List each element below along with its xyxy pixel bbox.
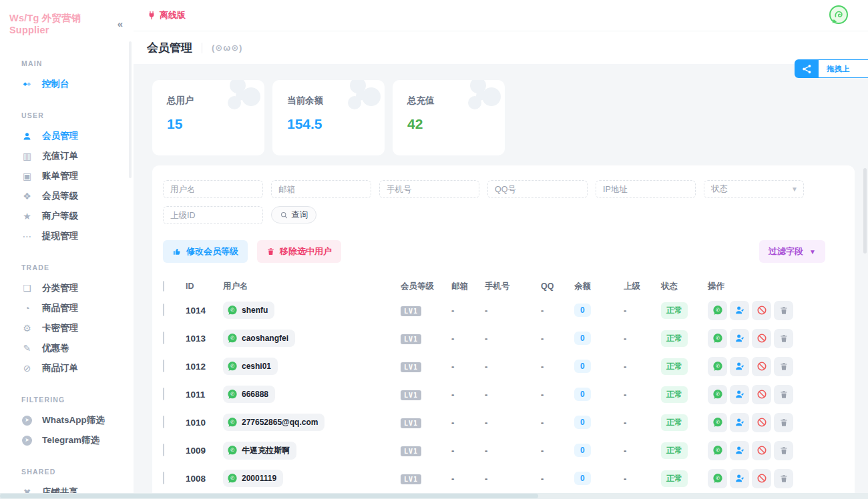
ban-user-button[interactable] [752,441,771,460]
row-checkbox[interactable] [163,388,164,400]
sidebar-item-merchant-level[interactable]: ★商户等级 [0,206,134,226]
cardkey-icon: ⚙ [21,323,33,334]
email-filter-input[interactable] [271,180,371,198]
sidebar-item-label: 会员管理 [42,130,78,142]
row-checkbox[interactable] [163,416,164,428]
row-checkbox[interactable] [163,304,164,316]
ban-user-button[interactable] [752,301,771,320]
sidebar-item-withdraw-manage[interactable]: ⋯提现管理 [0,226,134,246]
status-badge: 正常 [661,330,688,347]
sidebar-item-label: 卡密管理 [42,322,78,334]
svg-text:✆: ✆ [715,475,719,481]
sidebar-item-bill-manage[interactable]: ▣账单管理 [0,166,134,186]
sidebar-item-product-orders[interactable]: ⊘商品订单 [0,358,134,378]
change-member-level-button[interactable]: 修改会员等级 [163,240,248,263]
column-header: 会员等级 [401,281,451,292]
phone-filter-input[interactable] [379,180,479,198]
member-level-badge: LV1 [401,474,421,484]
horizontal-scrollbar-thumb[interactable] [0,494,538,498]
whatsapp-icon: ✆ [712,417,723,428]
whatsapp-chat-button[interactable]: ✆ [708,357,727,376]
horizontal-scrollbar-track[interactable] [0,493,868,499]
delete-user-button[interactable] [774,329,793,348]
qq-value: - [541,390,544,400]
table-row: 1009✆牛逼克拉斯啊LV1---0-正常✆ [163,436,844,464]
plug-icon [147,11,156,20]
row-checkbox[interactable] [163,444,164,456]
sidebar-item-member-level[interactable]: ❖会员等级 [0,186,134,206]
avatar[interactable] [828,5,849,26]
select-all-checkbox[interactable] [163,281,164,292]
sidebar-item-whatsapp-filter[interactable]: ➤WhatsApp筛选 [0,410,134,430]
whatsapp-chat-button[interactable]: ✆ [708,385,727,404]
row-checkbox[interactable] [163,472,164,484]
sidebar-item-cardkey-manage[interactable]: ⚙卡密管理 [0,318,134,338]
sidebar-item-coupon[interactable]: ✎优惠卷 [0,338,134,358]
sidebar-item-label: 提现管理 [42,230,78,242]
delete-user-button[interactable] [774,301,793,320]
whatsapp-chat-button[interactable]: ✆ [708,413,727,432]
ban-user-button[interactable] [752,413,771,432]
ip-filter-input[interactable] [596,180,696,198]
delete-user-button[interactable] [774,357,793,376]
sidebar-collapse-icon[interactable]: « [118,18,123,29]
status-filter-select[interactable]: 状态 ▼ [704,180,804,198]
remove-selected-users-button[interactable]: 移除选中用户 [257,240,341,263]
qq-filter-input[interactable] [487,180,588,198]
qq-value: - [541,418,544,428]
whatsapp-chat-button[interactable]: ✆ [708,441,727,460]
search-button[interactable]: 查询 [271,206,316,223]
edit-user-button[interactable] [730,301,749,320]
ban-user-button[interactable] [752,329,771,348]
row-checkbox[interactable] [163,332,164,344]
sidebar-item-recharge-orders[interactable]: ▥充值订单 [0,146,134,166]
whatsapp-chat-button[interactable]: ✆ [708,329,727,348]
whatsapp-icon: ✆ [712,389,723,400]
share-nodes-button[interactable] [795,59,819,78]
sidebar-item-label: 优惠卷 [42,342,69,354]
edit-user-button[interactable] [730,357,749,376]
sidebar-item-label: 充值订单 [42,150,78,162]
sidebar-item-member-manage[interactable]: 会员管理 [0,126,134,146]
parent-value: - [624,474,626,484]
whatsapp-chat-button[interactable]: ✆ [708,469,727,488]
edit-user-button[interactable] [730,385,749,404]
delete-user-button[interactable] [774,469,793,488]
whatsapp-icon: ✆ [227,473,238,484]
ban-user-button[interactable] [752,357,771,376]
parent-id-filter-input[interactable] [163,206,263,224]
edit-user-button[interactable] [730,469,749,488]
row-checkbox[interactable] [163,360,164,372]
main-area: 离线版 会员管理 (⊙ω⊙) 总用户15当前余额154.5总充值42 [134,0,868,499]
edit-user-button[interactable] [730,441,749,460]
edit-user-button[interactable] [730,413,749,432]
user-id: 1014 [186,306,206,316]
svg-text:✆: ✆ [715,307,719,313]
table-body: 1014✆shenfuLV1---0-正常✆1013✆caoshangfeiLV… [163,296,844,499]
svg-text:✆: ✆ [230,447,234,453]
vertical-scrollbar-thumb[interactable] [863,168,867,254]
filters-row: 状态 ▼ 查询 [163,180,817,224]
sidebar-section-label: FILTERING [0,396,134,404]
username-filter-input[interactable] [163,180,263,198]
ban-icon [756,389,767,400]
sidebar-item-dashboard[interactable]: 控制台 [0,74,134,94]
drag-upload-button[interactable]: 拖拽上 [819,59,868,78]
sidebar-item-product-manage[interactable]: ◔商品管理 [0,298,134,318]
sidebar-scrollbar-thumb[interactable] [129,41,132,178]
filter-fields-button[interactable]: 过滤字段 ▼ [759,240,825,263]
edit-user-button[interactable] [730,329,749,348]
sidebar-item-telegram-filter[interactable]: ➤Telegram筛选 [0,430,134,450]
user-id: 1010 [186,418,206,428]
ban-user-button[interactable] [752,385,771,404]
username: 666888 [242,390,268,399]
whatsapp-chat-button[interactable]: ✆ [708,301,727,320]
delete-user-button[interactable] [774,413,793,432]
sidebar-item-category-manage[interactable]: ❏分类管理 [0,278,134,298]
username-badge: ✆牛逼克拉斯啊 [223,442,296,460]
phone-value: - [485,418,487,428]
delete-user-button[interactable] [774,385,793,404]
delete-user-button[interactable] [774,441,793,460]
title-emoticon: (⊙ω⊙) [212,43,242,53]
ban-user-button[interactable] [752,469,771,488]
